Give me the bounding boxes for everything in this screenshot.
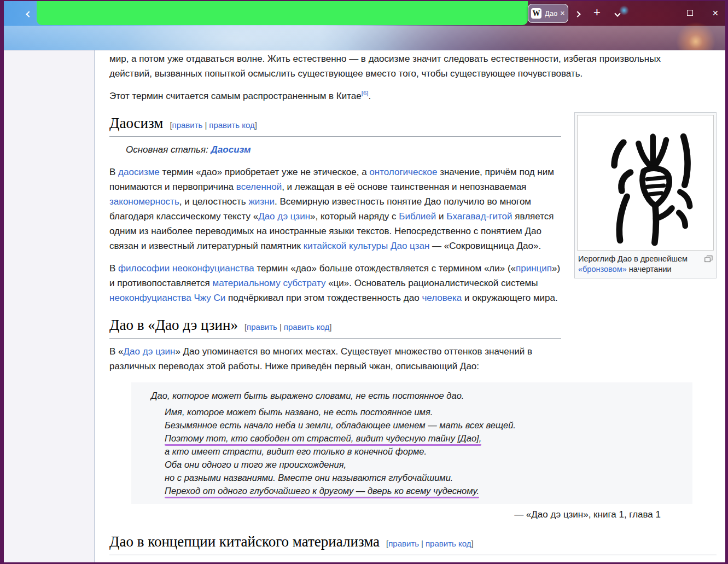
image-caption: Иероглиф Дао в древнейшем «бронзовом» на…: [577, 251, 714, 276]
heading-materialism: Дао в концепции китайского материализма[…: [109, 533, 717, 555]
wiki-link[interactable]: вселенной: [236, 182, 282, 192]
quote-line: Оба они одного и того же происхождения,: [165, 458, 682, 471]
chevron-left-icon: [26, 11, 32, 17]
scroll-tabs-right-button[interactable]: [575, 9, 580, 19]
wikipedia-favicon: W: [531, 8, 541, 19]
wiki-link[interactable]: онтологическое: [369, 167, 437, 177]
tab-close-icon[interactable]: ✕: [560, 10, 565, 17]
quote-line: а кто имеет страсти, видит его только в …: [165, 445, 682, 458]
left-sidebar-area: [4, 50, 95, 562]
wiki-link[interactable]: Дао цзан: [391, 241, 429, 251]
wiki-link[interactable]: даосизме: [118, 167, 160, 177]
wiki-link[interactable]: Даосизм: [211, 144, 251, 155]
browser-chrome: W Дао ✕ + ✕: [4, 1, 725, 50]
edit-source-link[interactable]: править код: [209, 120, 255, 130]
materialism-paragraph: «Дао есть управление реальными вещами. Л…: [109, 561, 717, 562]
purple-underline-annotation: Переход от одного глубочайшего к другому…: [165, 486, 479, 498]
purple-underline-annotation: Поэтому тот, кто свободен от страстей, в…: [165, 433, 481, 446]
window-close-button[interactable]: ✕: [712, 9, 719, 17]
quote-line: но с разными названиями. Вместе они назы…: [165, 471, 682, 484]
heading-daoism: Даосизм[править|править код]: [109, 114, 561, 137]
browser-window: W Дао ✕ + ✕: [0, 0, 728, 564]
tab-dao[interactable]: W Дао ✕: [528, 4, 568, 23]
wiki-link[interactable]: Библией: [399, 211, 436, 222]
quote-line: Безымянное есть начало неба и земли, обл…: [165, 418, 682, 432]
tab-strip: W Дао ✕ + ✕: [4, 1, 725, 26]
tab-title: Дао: [545, 9, 559, 18]
enlarge-icon[interactable]: [704, 255, 713, 265]
dao-hieroglyph-image[interactable]: [577, 115, 714, 251]
caption-text: Иероглиф Дао в древнейшем «бронзовом» на…: [578, 254, 688, 274]
chevron-right-icon: [574, 11, 580, 17]
new-tab-button[interactable]: +: [593, 5, 601, 20]
thumbnail-box: Иероглиф Дао в древнейшем «бронзовом» на…: [574, 112, 717, 278]
scroll-tabs-left-button[interactable]: [27, 9, 31, 19]
maximize-icon: [687, 10, 693, 16]
wiki-link[interactable]: принцип: [516, 263, 552, 274]
reference-link[interactable]: [6]: [362, 90, 369, 96]
quote-line: Дао, которое может быть выражено словами…: [151, 389, 682, 402]
chevron-down-icon: [614, 10, 620, 16]
wiki-link[interactable]: Дао дэ цзин: [258, 211, 310, 222]
edit-links: [править|править код]: [386, 539, 474, 548]
edit-link[interactable]: править: [388, 539, 419, 548]
quote-line-highlighted: Поэтому тот, кто свободен от страстей, в…: [165, 432, 682, 445]
wiki-link[interactable]: закономерность: [109, 196, 179, 207]
wiki-link[interactable]: философии неоконфуцианства: [118, 263, 254, 274]
wikipedia-page: мир, а потом уже отдаваться волне. Жить …: [4, 50, 725, 562]
edit-link[interactable]: править: [172, 120, 203, 130]
navigation-toolbar: ru.wikipedia.org/wiki/Дао: [4, 26, 725, 50]
edit-links: [править|править код]: [244, 322, 332, 332]
wiki-link[interactable]: жизни: [248, 196, 275, 207]
wiki-link[interactable]: неоконфуцианства: [109, 293, 191, 303]
edit-source-link[interactable]: править код: [284, 322, 330, 332]
list-tabs-button[interactable]: [615, 8, 620, 18]
edit-links: [править|править код]: [170, 120, 257, 130]
article-content: мир, а потом уже отдаваться волне. Жить …: [95, 50, 725, 562]
window-maximize-button[interactable]: [687, 10, 693, 16]
wiki-link[interactable]: Чжу Си: [194, 293, 225, 303]
wiki-link[interactable]: Бхагавад-гитой: [446, 211, 512, 222]
edit-link[interactable]: править: [247, 322, 277, 332]
term-paragraph: Этот термин считается самым распростране…: [109, 89, 717, 103]
green-highlight-annotation: [37, 1, 528, 25]
quote-citation: — «Дао дэ цзин», книга 1, глава 1: [109, 507, 661, 522]
quote-line-highlighted: Переход от одного глубочайшего к другому…: [165, 484, 682, 497]
wiki-link[interactable]: «бронзовом»: [578, 265, 627, 274]
ddj-paragraph: В «Дао дэ цзин» Дао упоминается во многи…: [109, 344, 563, 374]
bronze-dao-glyph: [584, 119, 707, 246]
heading-ddj: Дао в «Дао дэ цзин»[править|править код]: [109, 316, 561, 339]
intro-paragraph: мир, а потом уже отдаваться волне. Жить …: [109, 51, 682, 81]
wiki-link[interactable]: материальному субстрату: [212, 278, 325, 288]
quote-line: Имя, которое может быть названо, не есть…: [165, 405, 682, 418]
wiki-link[interactable]: китайской культуры: [304, 241, 388, 251]
edit-source-link[interactable]: править код: [426, 539, 471, 548]
wiki-link[interactable]: человека: [422, 293, 462, 303]
wiki-link[interactable]: Дао дэ цзин: [124, 346, 176, 357]
dao-de-jing-quote: Дао, которое может быть выражено словами…: [131, 382, 692, 504]
